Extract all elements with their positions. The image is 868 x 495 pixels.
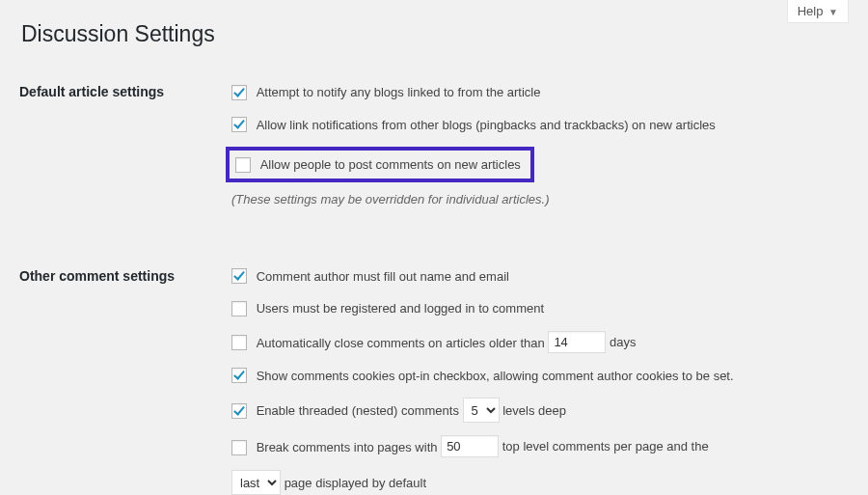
label-allow-comments: Allow people to post comments on new art… (260, 157, 521, 172)
input-auto-close-days[interactable] (548, 331, 606, 353)
section-other-comment-heading: Other comment settings (19, 259, 231, 495)
label-page-default-after: page displayed by default (285, 476, 426, 490)
label-notify-blogs: Attempt to notify any blogs linked to fr… (257, 85, 541, 99)
label-require-registered: Users must be registered and logged in t… (257, 301, 544, 316)
checkbox-cookies-optin[interactable] (231, 368, 247, 383)
help-label: Help (798, 4, 824, 18)
checkbox-allow-pingbacks[interactable] (231, 117, 247, 132)
select-threaded-levels[interactable]: 5 (463, 398, 500, 423)
label-threaded-after: levels deep (502, 403, 566, 418)
label-allow-pingbacks: Allow link notifications from other blog… (257, 117, 716, 131)
label-threaded-before: Enable threaded (nested) comments (257, 403, 459, 418)
label-auto-close-after: days (610, 335, 636, 349)
checkbox-threaded[interactable] (231, 403, 247, 419)
label-paginate-before: Break comments into pages with (257, 440, 438, 454)
label-cookies-optin: Show comments cookies opt-in checkbox, a… (257, 368, 734, 382)
checkbox-require-registered[interactable] (231, 301, 247, 316)
label-auto-close-before: Automatically close comments on articles… (257, 335, 545, 349)
caret-down-icon: ▼ (828, 7, 838, 17)
page-title: Discussion Settings (21, 21, 849, 47)
select-page-default[interactable]: last (231, 470, 281, 495)
checkbox-auto-close[interactable] (231, 335, 247, 350)
help-tab[interactable]: Help ▼ (787, 0, 849, 23)
highlighted-allow-comments: Allow people to post comments on new art… (226, 147, 534, 182)
checkbox-allow-comments[interactable] (235, 157, 251, 173)
hint-override: (These settings may be overridden for in… (231, 192, 839, 206)
checkbox-require-name-email[interactable] (231, 268, 247, 284)
input-paginate-count[interactable] (441, 435, 499, 457)
checkbox-notify-blogs[interactable] (231, 85, 247, 100)
checkbox-paginate[interactable] (231, 440, 247, 455)
label-require-name-email: Comment author must fill out name and em… (257, 268, 509, 283)
section-default-article-heading: Default article settings (19, 74, 231, 226)
label-paginate-after: top level comments per page and the (502, 439, 709, 454)
